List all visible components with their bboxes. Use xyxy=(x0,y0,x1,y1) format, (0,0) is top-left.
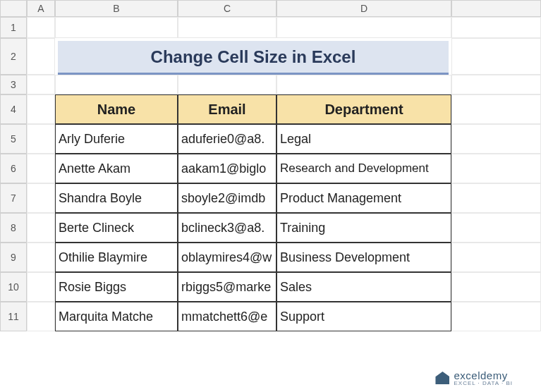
cell-d1[interactable] xyxy=(276,17,451,38)
table-header-name[interactable]: Name xyxy=(55,94,178,124)
cell-a10[interactable] xyxy=(27,272,55,302)
cell-e7[interactable] xyxy=(451,183,541,213)
cell-e9[interactable] xyxy=(451,243,541,272)
cell-a9[interactable] xyxy=(27,243,55,272)
col-header-c[interactable]: C xyxy=(178,0,276,17)
table-row[interactable]: Research and Development xyxy=(276,154,451,183)
table-row[interactable]: Rosie Biggs xyxy=(55,272,178,302)
table-row[interactable]: Product Management xyxy=(276,183,451,213)
cell-a7[interactable] xyxy=(27,183,55,213)
col-header-a[interactable]: A xyxy=(27,0,55,17)
row-header-6[interactable]: 6 xyxy=(0,154,27,183)
logo-icon xyxy=(435,372,449,384)
table-row[interactable]: aduferie0@a8. xyxy=(178,124,276,154)
row-header-9[interactable]: 9 xyxy=(0,243,27,272)
row-header-11[interactable]: 11 xyxy=(0,302,27,331)
table-row[interactable]: oblaymires4@w xyxy=(178,243,276,272)
table-row[interactable]: bclineck3@a8. xyxy=(178,213,276,243)
table-row[interactable]: Sales xyxy=(276,272,451,302)
table-row[interactable]: Anette Akam xyxy=(55,154,178,183)
spreadsheet-grid: A B C D 1 2 Change Cell Size in Excel 3 … xyxy=(0,0,541,331)
row-header-8[interactable]: 8 xyxy=(0,213,27,243)
cell-a8[interactable] xyxy=(27,213,55,243)
cell-e11[interactable] xyxy=(451,302,541,331)
row-header-3[interactable]: 3 xyxy=(0,75,27,94)
table-row[interactable]: mmatchett6@e xyxy=(178,302,276,331)
cell-e10[interactable] xyxy=(451,272,541,302)
table-header-email[interactable]: Email xyxy=(178,94,276,124)
row-header-5[interactable]: 5 xyxy=(0,124,27,154)
cell-a5[interactable] xyxy=(27,124,55,154)
row-header-1[interactable]: 1 xyxy=(0,17,27,38)
cell-e1[interactable] xyxy=(451,17,541,38)
table-row[interactable]: Shandra Boyle xyxy=(55,183,178,213)
cell-e6[interactable] xyxy=(451,154,541,183)
cell-e4[interactable] xyxy=(451,94,541,124)
table-row[interactable]: Business Development xyxy=(276,243,451,272)
cell-e5[interactable] xyxy=(451,124,541,154)
table-header-dept[interactable]: Department xyxy=(276,94,451,124)
cell-a3[interactable] xyxy=(27,75,55,94)
cell-a4[interactable] xyxy=(27,94,55,124)
cell-b3[interactable] xyxy=(55,75,178,94)
table-row[interactable]: Marquita Matche xyxy=(55,302,178,331)
row-header-2[interactable]: 2 xyxy=(0,38,27,75)
select-all-corner[interactable] xyxy=(0,0,27,17)
row-header-4[interactable]: 4 xyxy=(0,94,27,124)
cell-e8[interactable] xyxy=(451,213,541,243)
col-header-d[interactable]: D xyxy=(276,0,451,17)
cell-a6[interactable] xyxy=(27,154,55,183)
cell-a11[interactable] xyxy=(27,302,55,331)
cell-b1[interactable] xyxy=(55,17,178,38)
cell-e2[interactable] xyxy=(451,38,541,75)
table-row[interactable]: rbiggs5@marke xyxy=(178,272,276,302)
col-header-blank[interactable] xyxy=(451,0,541,17)
row-header-10[interactable]: 10 xyxy=(0,272,27,302)
logo-tagline: EXCEL · DATA · BI xyxy=(454,380,513,386)
row-header-7[interactable]: 7 xyxy=(0,183,27,213)
cell-a2[interactable] xyxy=(27,38,55,75)
table-row[interactable]: Berte Clineck xyxy=(55,213,178,243)
table-row[interactable]: Training xyxy=(276,213,451,243)
col-header-b[interactable]: B xyxy=(55,0,178,17)
table-row[interactable]: Legal xyxy=(276,124,451,154)
table-row[interactable]: Support xyxy=(276,302,451,331)
cell-e3[interactable] xyxy=(451,75,541,94)
table-row[interactable]: Arly Duferie xyxy=(55,124,178,154)
watermark-logo: exceldemy EXCEL · DATA · BI xyxy=(435,369,513,386)
cell-c1[interactable] xyxy=(178,17,276,38)
cell-d3[interactable] xyxy=(276,75,451,94)
table-row[interactable]: sboyle2@imdb xyxy=(178,183,276,213)
cell-a1[interactable] xyxy=(27,17,55,38)
table-row[interactable]: aakam1@biglo xyxy=(178,154,276,183)
cell-c3[interactable] xyxy=(178,75,276,94)
table-row[interactable]: Othilie Blaymire xyxy=(55,243,178,272)
page-title: Change Cell Size in Excel xyxy=(58,41,449,75)
